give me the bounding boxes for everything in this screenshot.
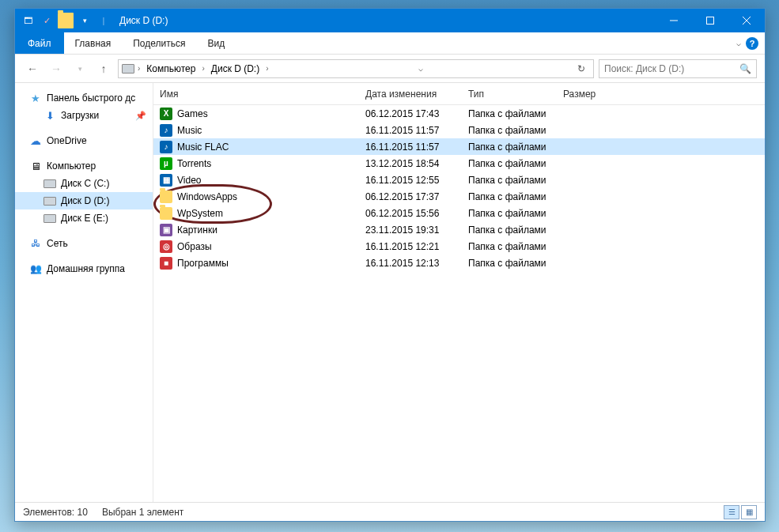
nav-onedrive[interactable]: OneDrive [15, 132, 153, 149]
file-row[interactable]: WpSystem06.12.2015 15:56Папка с файлами [153, 205, 765, 221]
ribbon-tab-home[interactable]: Главная [64, 32, 123, 54]
file-type: Папка с файлами [462, 175, 557, 186]
nav-homegroup[interactable]: Домашняя группа [15, 260, 153, 277]
homegroup-icon [29, 262, 42, 275]
up-button[interactable]: ↑ [94, 59, 113, 78]
status-bar: Элементов: 10 Выбран 1 элемент ☰ ▦ [15, 502, 765, 521]
iso-icon: ◎ [160, 240, 172, 253]
file-type: Папка с файлами [462, 108, 557, 119]
drive-icon [43, 197, 56, 206]
qat-folder-icon[interactable] [58, 13, 74, 28]
nav-quick-access[interactable]: Панель быстрого дс [15, 89, 153, 107]
file-row[interactable]: XGames06.12.2015 17:43Папка с файлами [153, 105, 765, 122]
quick-access-toolbar: 🗔 ✓ ▾ | [20, 13, 112, 28]
file-name: Картинки [177, 224, 217, 236]
forward-button[interactable]: → [47, 59, 66, 78]
recent-dropdown-icon[interactable]: ▾ [70, 59, 89, 78]
qat-properties-icon[interactable]: 🗔 [20, 13, 36, 28]
titlebar[interactable]: 🗔 ✓ ▾ | Диск D (D:) [15, 9, 765, 32]
search-placeholder: Поиск: Диск D (D:) [604, 63, 684, 74]
nav-drive-e[interactable]: Диск E (E:) [15, 209, 153, 227]
file-date: 13.12.2015 18:54 [359, 158, 462, 169]
ribbon-file-tab[interactable]: Файл [15, 32, 64, 54]
view-icons-button[interactable]: ▦ [741, 505, 757, 519]
file-date: 06.12.2015 15:56 [359, 208, 462, 219]
file-type: Папка с файлами [462, 191, 557, 202]
svg-rect-1 [707, 17, 714, 25]
qat-check-icon[interactable]: ✓ [39, 13, 55, 28]
ribbon-tab-share[interactable]: Поделиться [122, 32, 196, 54]
file-name: Образы [177, 241, 212, 252]
file-type: Папка с файлами [462, 125, 557, 136]
file-rows[interactable]: XGames06.12.2015 17:43Папка с файлами♪Mu… [153, 105, 765, 502]
file-date: 16.11.2015 11:57 [359, 125, 462, 136]
nav-network[interactable]: Сеть [15, 235, 153, 252]
music-icon: ♪ [160, 141, 172, 153]
file-type: Папка с файлами [462, 241, 557, 252]
view-details-button[interactable]: ☰ [724, 505, 739, 519]
file-type: Папка с файлами [462, 258, 557, 269]
games-icon: X [160, 108, 172, 120]
file-row[interactable]: ◎Образы16.11.2015 12:21Папка с файлами [153, 238, 765, 255]
navigation-pane[interactable]: Панель быстрого дс Загрузки📌 OneDrive Ко… [15, 83, 153, 502]
refresh-icon[interactable]: ↻ [573, 63, 590, 74]
chevron-right-icon[interactable]: › [138, 64, 140, 73]
file-name: Torrents [177, 158, 211, 169]
nav-label: Компьютер [47, 160, 96, 172]
file-type: Папка с файлами [462, 141, 557, 153]
qat-dropdown-icon[interactable]: ▾ [77, 13, 93, 28]
status-selection: Выбран 1 элемент [102, 507, 183, 518]
ribbon: Файл Главная Поделиться Вид ⌵ ? [15, 32, 765, 55]
drive-icon [122, 64, 134, 74]
maximize-button[interactable] [692, 9, 728, 32]
file-row[interactable]: ♪Music16.11.2015 11:57Папка с файлами [153, 122, 765, 138]
col-size[interactable]: Размер [557, 83, 620, 104]
file-row[interactable]: WindowsApps06.12.2015 17:37Папка с файла… [153, 188, 765, 205]
col-date[interactable]: Дата изменения [359, 83, 462, 104]
nav-computer[interactable]: Компьютер [15, 157, 153, 175]
address-bar[interactable]: › Компьютер › Диск D (D:) › ⌵ ↻ [118, 59, 594, 78]
ribbon-expand-icon[interactable]: ⌵ [736, 39, 741, 47]
file-row[interactable]: ♪Music FLAC16.11.2015 11:57Папка с файла… [153, 138, 765, 155]
address-dropdown-icon[interactable]: ⌵ [414, 64, 428, 73]
chevron-right-icon[interactable]: › [202, 64, 204, 73]
col-type[interactable]: Тип [462, 83, 557, 104]
help-icon[interactable]: ? [746, 37, 758, 50]
network-icon [29, 237, 42, 250]
file-name: Games [177, 108, 208, 119]
ribbon-tab-view[interactable]: Вид [196, 32, 236, 54]
minimize-button[interactable] [656, 9, 692, 32]
status-count: Элементов: 10 [23, 507, 88, 518]
window-title: Диск D (D:) [119, 15, 168, 26]
file-row[interactable]: µTorrents13.12.2015 18:54Папка с файлами [153, 155, 765, 172]
file-name: WpSystem [177, 208, 223, 219]
file-row[interactable]: ■Программы16.11.2015 12:13Папка с файлам… [153, 255, 765, 271]
nav-downloads[interactable]: Загрузки📌 [15, 107, 153, 124]
file-name: WindowsApps [177, 191, 237, 202]
nav-drive-d[interactable]: Диск D (D:) [15, 192, 153, 209]
music-icon: ♪ [160, 124, 172, 137]
nav-label: Домашняя группа [47, 263, 125, 274]
file-name: Программы [177, 258, 229, 269]
close-button[interactable] [728, 9, 765, 32]
torrent-icon: µ [160, 157, 172, 170]
folder-icon [160, 191, 172, 203]
computer-icon [29, 160, 42, 172]
nav-label: Загрузки [61, 110, 99, 121]
file-row[interactable]: ▦Video16.11.2015 12:55Папка с файлами [153, 172, 765, 188]
back-button[interactable]: ← [23, 59, 42, 78]
cloud-icon [29, 134, 42, 147]
drive-icon [43, 179, 56, 188]
col-name[interactable]: Имя [153, 83, 359, 104]
breadcrumb-current[interactable]: Диск D (D:) [208, 63, 263, 74]
file-row[interactable]: ▣Картинки23.11.2015 19:31Папка с файлами [153, 221, 765, 238]
file-name: Music [177, 125, 202, 136]
nav-drive-c[interactable]: Диск C (C:) [15, 175, 153, 192]
video-icon: ▦ [160, 174, 172, 187]
picture-icon: ▣ [160, 224, 172, 236]
explorer-window: 🗔 ✓ ▾ | Диск D (D:) Файл Главная Поделит… [14, 8, 766, 522]
search-box[interactable]: Поиск: Диск D (D:) 🔍 [599, 59, 757, 78]
file-date: 16.11.2015 11:57 [359, 141, 462, 153]
breadcrumb-computer[interactable]: Компьютер [143, 63, 199, 74]
chevron-right-icon[interactable]: › [266, 64, 268, 73]
